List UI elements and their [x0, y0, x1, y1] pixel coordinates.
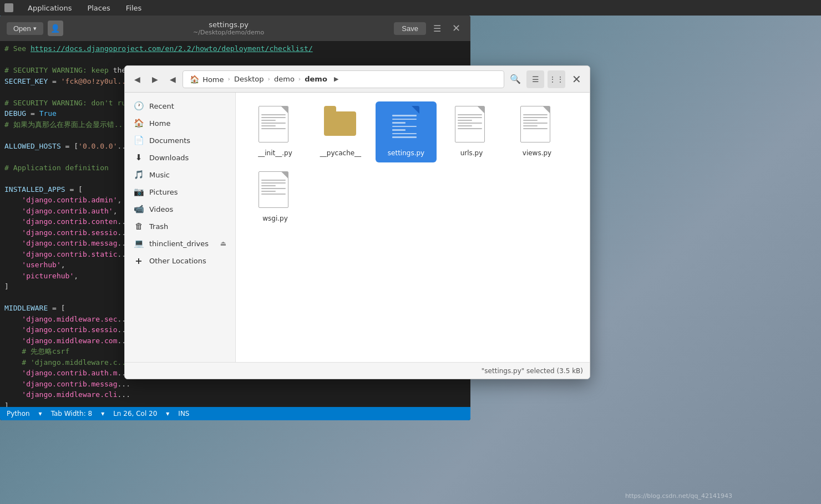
eject-icon[interactable]: ⏏	[220, 240, 226, 247]
recent-icon: 🕐	[134, 101, 144, 111]
cursor-position: Ln 26, Col 20	[113, 410, 157, 418]
sidebar-item-trash[interactable]: 🗑 Trash	[127, 218, 233, 235]
text-file-icon	[259, 106, 288, 142]
folder-icon	[324, 106, 357, 136]
search-button[interactable]: 🔍	[506, 70, 524, 88]
top-menubar: Applications Places Files	[0, 0, 821, 16]
sidebar-item-videos[interactable]: 📹 Videos	[127, 201, 233, 217]
file-item-wsgi[interactable]: wsgi.py	[245, 167, 306, 228]
breadcrumb-desktop[interactable]: Desktop	[231, 74, 267, 84]
home-icon: 🏠	[134, 118, 144, 128]
sidebar-label-other-locations: Other Locations	[149, 257, 206, 265]
dialog-main[interactable]: __init__.py __pycache__	[236, 93, 590, 362]
app-icon	[4, 3, 13, 12]
breadcrumb-home-label: Home	[202, 75, 224, 84]
breadcrumb-bar: 🏠 Home › Desktop › demo › demo ▶	[183, 70, 504, 88]
file-item-views[interactable]: views.py	[506, 101, 567, 162]
applications-menu[interactable]: Applications	[24, 3, 75, 13]
sidebar-item-home[interactable]: 🏠 Home	[127, 115, 233, 131]
dialog-statusbar: "settings.py" selected (3.5 kB)	[125, 362, 590, 379]
places-menu[interactable]: Places	[84, 3, 113, 13]
sidebar-label-music: Music	[149, 171, 170, 179]
file-name-pycache: __pycache__	[320, 149, 361, 158]
text-file-icon	[259, 171, 288, 208]
breadcrumb-home[interactable]: 🏠 Home	[186, 74, 227, 85]
sidebar-label-downloads: Downloads	[149, 154, 189, 162]
sidebar-item-other-locations[interactable]: + Other Locations	[127, 252, 233, 269]
editor-statusbar: Python ▾ Tab Width: 8 ▾ Ln 26, Col 20 ▾ …	[0, 407, 470, 420]
editor-titlebar-right: Save ☰ ✕	[394, 21, 464, 36]
file-icon-urls	[455, 106, 488, 146]
dialog-sidebar: 🕐 Recent 🏠 Home 📄 Documents ⬇ Downloads …	[125, 93, 236, 362]
forward-button[interactable]: ▶	[147, 72, 163, 87]
dialog-status-text: "settings.py" selected (3.5 kB)	[482, 367, 583, 375]
text-file-icon	[455, 106, 485, 142]
file-name-urls: urls.py	[460, 149, 483, 158]
music-icon: 🎵	[134, 170, 144, 180]
editor-menu-button[interactable]: ☰	[429, 21, 445, 36]
code-line: ]	[0, 400, 470, 408]
up-button[interactable]: ◀	[165, 72, 180, 87]
sidebar-item-downloads[interactable]: ⬇ Downloads	[127, 149, 233, 166]
file-item-init[interactable]: __init__.py	[245, 101, 306, 162]
sidebar-item-recent[interactable]: 🕐 Recent	[127, 98, 233, 114]
videos-icon: 📹	[134, 204, 144, 214]
files-menu[interactable]: Files	[123, 3, 145, 13]
file-icon-settings	[389, 106, 423, 146]
code-line: # See https://docs.djangoproject.com/en/…	[0, 43, 470, 54]
file-name-init: __init__.py	[258, 149, 292, 158]
sidebar-item-thinclient[interactable]: 💻 thinclient_drives ⏏	[127, 235, 233, 252]
file-name-settings: settings.py	[388, 149, 424, 158]
editor-titlebar: Open 👤 settings.py ~/Desktop/demo/demo S…	[0, 16, 470, 41]
code-line: 'django.contrib.messag...	[0, 379, 470, 390]
profile-button[interactable]: 👤	[48, 21, 63, 36]
home-icon: 🏠	[190, 75, 199, 84]
trash-icon: 🗑	[134, 221, 144, 231]
sidebar-item-documents[interactable]: 📄 Documents	[127, 132, 233, 149]
save-button[interactable]: Save	[394, 22, 426, 35]
dialog-close-button[interactable]: ✕	[567, 70, 585, 88]
dialog-body: 🕐 Recent 🏠 Home 📄 Documents ⬇ Downloads …	[125, 93, 590, 362]
sidebar-item-pictures[interactable]: 📷 Pictures	[127, 184, 233, 200]
file-item-pycache[interactable]: __pycache__	[310, 101, 371, 162]
file-grid: __init__.py __pycache__	[245, 101, 581, 227]
dialog-navbar: ◀ ▶ ◀ 🏠 Home › Desktop › demo › demo ▶ 🔍…	[125, 66, 590, 93]
breadcrumb-demo1[interactable]: demo	[271, 74, 298, 84]
sidebar-label-documents: Documents	[149, 136, 190, 145]
file-name-views: views.py	[523, 149, 551, 158]
language-selector[interactable]: Python	[7, 410, 30, 418]
open-button[interactable]: Open	[7, 22, 43, 35]
other-locations-icon: +	[134, 256, 144, 266]
drive-icon: 💻	[134, 238, 144, 248]
insert-mode: INS	[178, 410, 189, 418]
view-list-button[interactable]: ☰	[526, 70, 544, 88]
file-icon-pycache	[324, 106, 357, 146]
breadcrumb-demo2[interactable]: demo	[301, 74, 331, 84]
editor-close-button[interactable]: ✕	[448, 21, 464, 36]
file-item-urls[interactable]: urls.py	[441, 101, 502, 162]
back-button[interactable]: ◀	[129, 72, 145, 87]
file-icon-wsgi	[259, 171, 292, 211]
sidebar-label-videos: Videos	[149, 205, 173, 213]
view-grid-button[interactable]: ⋮⋮	[548, 70, 565, 88]
sidebar-label-thinclient: thinclient_drives	[149, 240, 209, 248]
file-icon-views	[520, 106, 554, 146]
editor-filename: settings.py	[63, 21, 394, 29]
documents-icon: 📄	[134, 135, 144, 145]
file-icon-init	[259, 106, 292, 146]
sidebar-label-home: Home	[149, 119, 170, 128]
file-item-settings[interactable]: settings.py	[376, 101, 437, 162]
watermark: https://blog.csdn.net/qq_42141943	[625, 492, 732, 500]
file-dialog: ◀ ▶ ◀ 🏠 Home › Desktop › demo › demo ▶ 🔍…	[124, 65, 590, 379]
sidebar-item-music[interactable]: 🎵 Music	[127, 166, 233, 183]
breadcrumb-more-button[interactable]: ▶	[331, 74, 342, 85]
view-grid-icon: ⋮⋮	[549, 75, 564, 84]
sidebar-label-trash: Trash	[149, 222, 168, 231]
code-line: 'django.middleware.cli...	[0, 389, 470, 400]
file-name-wsgi: wsgi.py	[262, 215, 288, 223]
tab-width-selector[interactable]: Tab Width: 8	[51, 410, 92, 418]
pictures-icon: 📷	[134, 187, 144, 197]
breadcrumb-sep: ›	[227, 75, 231, 83]
blue-doc-icon	[389, 106, 419, 144]
text-file-icon	[520, 106, 550, 142]
